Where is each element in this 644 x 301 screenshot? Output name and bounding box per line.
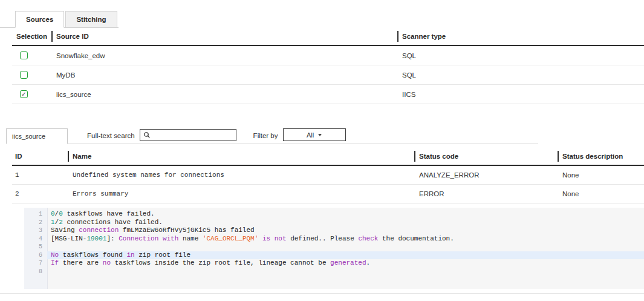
search-icon — [143, 131, 151, 139]
line-number: 4 — [24, 235, 47, 243]
line-number: 2 — [24, 219, 47, 227]
line-number: 6 — [24, 251, 47, 260]
full-text-search-label: Full-text search — [87, 132, 135, 139]
scanner-type-cell: SQL — [397, 47, 644, 65]
search-input[interactable] — [151, 131, 236, 139]
status-code-cell: ANALYZE_ERROR — [414, 166, 558, 184]
bottom-divider — [0, 293, 644, 294]
selection-cell: ✓ — [12, 85, 51, 104]
tab-sources[interactable]: Sources — [15, 11, 64, 28]
log-line-text: If there are no taskflows inside the zip… — [47, 259, 644, 268]
table-row: ✓iics_sourceIICS — [12, 85, 644, 104]
tab-iics-source[interactable]: iics_source — [6, 128, 68, 144]
scanner-type-cell: IICS — [397, 85, 644, 104]
log-line: 7If there are no taskflows inside the zi… — [24, 259, 644, 268]
results-tab-bar: iics_source Full-text search Filter by A… — [6, 128, 538, 144]
log-line-text: Saving connection fmLMzaEw6oRfHVy5jGKic5… — [47, 227, 644, 235]
log-line: 21/2 connections have failed. — [24, 219, 644, 227]
column-header-source-id: Source ID — [51, 28, 397, 45]
table-row: Snowflake_edwSQL — [12, 46, 644, 65]
column-header-status-description: Status description — [558, 148, 644, 165]
tab-stitching[interactable]: Stitching — [65, 11, 117, 28]
line-number: 3 — [24, 227, 47, 235]
results-table-header: ID Name Status code Status description — [12, 148, 644, 166]
filter-dropdown-value: All — [307, 131, 314, 139]
search-box — [140, 129, 236, 141]
log-line: 3Saving connection fmLMzaEw6oRfHVy5jGKic… — [24, 227, 644, 235]
sources-table: Selection Source ID Scanner type Snowfla… — [12, 28, 644, 104]
main-tab-bar: Sources Stitching — [0, 11, 119, 28]
name-cell: Undefined system names for connections — [68, 166, 414, 184]
scanner-type-cell: SQL — [397, 66, 644, 84]
name-cell: Errors summary — [68, 185, 414, 203]
table-row[interactable]: 1Undefined system names for connectionsA… — [12, 166, 644, 185]
log-line: 6No taskflows found in zip root file — [24, 251, 644, 260]
row-checkbox[interactable]: ✓ — [20, 90, 28, 98]
log-line: 8 — [24, 268, 644, 276]
column-header-name: Name — [68, 148, 414, 165]
status-description-cell: None — [558, 166, 644, 184]
log-line-text: 0/0 taskflows have failed. — [47, 210, 644, 219]
source-id-cell: Snowflake_edw — [51, 47, 397, 65]
column-header-selection: Selection — [12, 28, 51, 45]
log-line: 5 — [24, 243, 644, 251]
filter-by-label: Filter by — [253, 132, 278, 139]
source-id-cell: MyDB — [51, 66, 397, 84]
line-number: 8 — [24, 268, 47, 276]
log-line-text: No taskflows found in zip root file — [47, 251, 644, 260]
log-viewer: 10/0 taskflows have failed.21/2 connecti… — [24, 208, 644, 289]
log-line: 10/0 taskflows have failed. — [24, 210, 644, 219]
log-line: 4[MSG-LIN-19001]: Connection with name '… — [24, 235, 644, 243]
filter-dropdown[interactable]: All — [283, 128, 346, 141]
line-number: 5 — [24, 243, 47, 251]
id-cell: 2 — [12, 185, 68, 203]
column-header-id: ID — [12, 148, 68, 165]
status-description-cell: None — [558, 185, 644, 203]
table-row[interactable]: 2Errors summaryERRORNone — [12, 185, 644, 203]
results-table: ID Name Status code Status description 1… — [12, 148, 644, 203]
column-header-scanner-type: Scanner type — [397, 28, 644, 45]
column-header-status-code: Status code — [414, 148, 558, 165]
log-line-text: 1/2 connections have failed. — [47, 219, 644, 227]
log-line-text: [MSG-LIN-19001]: Connection with name 'C… — [47, 235, 644, 243]
source-id-cell: iics_source — [51, 85, 397, 104]
sources-table-header: Selection Source ID Scanner type — [12, 28, 644, 46]
selection-cell — [12, 65, 51, 84]
log-line-text — [47, 268, 644, 276]
line-number: 1 — [24, 210, 47, 219]
table-row: MyDBSQL — [12, 65, 644, 85]
log-line-text — [47, 243, 644, 251]
row-checkbox[interactable] — [20, 51, 28, 59]
chevron-down-icon — [318, 134, 322, 136]
line-number: 7 — [24, 259, 47, 268]
row-checkbox[interactable] — [20, 71, 28, 79]
id-cell: 1 — [12, 166, 68, 184]
selection-cell — [12, 46, 51, 65]
status-code-cell: ERROR — [414, 185, 558, 203]
